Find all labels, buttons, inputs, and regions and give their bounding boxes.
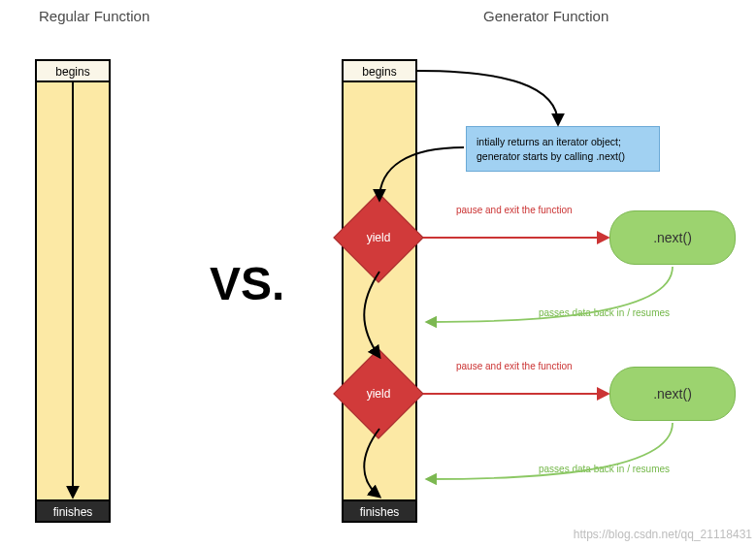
regular-finishes-label: finishes bbox=[35, 499, 111, 523]
yield-label-1: yield bbox=[347, 207, 410, 269]
generator-function-bar: begins finishes bbox=[342, 59, 417, 523]
watermark: https://blog.csdn.net/qq_21118431 bbox=[574, 528, 752, 541]
generator-finishes-label: finishes bbox=[342, 499, 417, 523]
next-pill-1: .next() bbox=[609, 210, 736, 265]
caption-resume-2: passes data back in / resumes bbox=[539, 464, 670, 474]
regular-begins-label: begins bbox=[35, 59, 111, 82]
title-generator: Generator Function bbox=[483, 8, 608, 24]
yield-label-2: yield bbox=[347, 363, 410, 425]
title-regular: Regular Function bbox=[39, 8, 149, 24]
caption-pause-2: pause and exit the function bbox=[456, 361, 573, 371]
info-box: intially returns an iterator object; gen… bbox=[466, 126, 660, 172]
caption-resume-1: passes data back in / resumes bbox=[539, 307, 670, 318]
vs-text: VS. bbox=[210, 257, 284, 310]
next-pill-2: .next() bbox=[609, 367, 736, 421]
generator-begins-label: begins bbox=[342, 59, 417, 82]
caption-pause-1: pause and exit the function bbox=[456, 205, 573, 215]
regular-function-bar: begins finishes bbox=[35, 59, 111, 523]
